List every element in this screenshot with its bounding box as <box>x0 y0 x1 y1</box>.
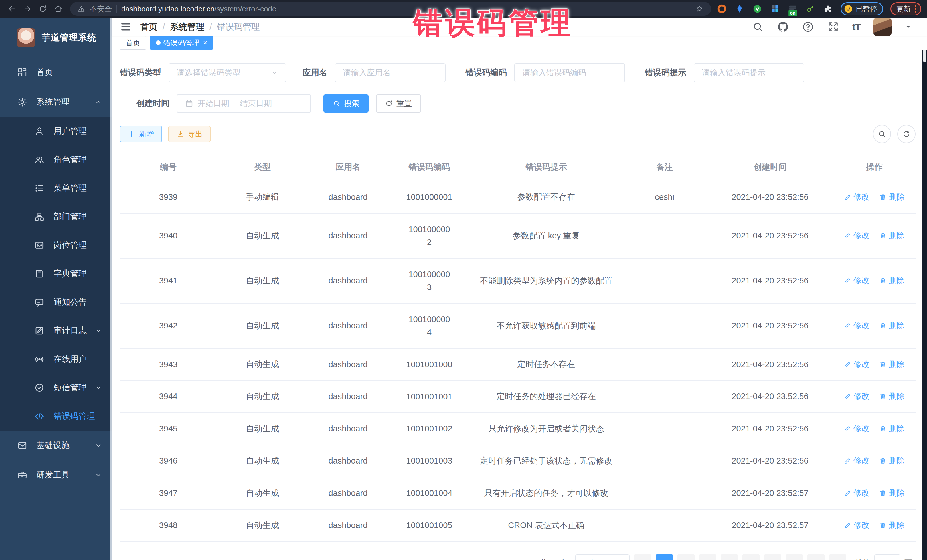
edit-link[interactable]: 修改 <box>844 320 869 331</box>
table-row[interactable]: 3942自动生成dashboard100100000 4不允许获取敏感配置到前端… <box>120 304 916 348</box>
sidebar-item-code[interactable]: 错误码管理 <box>0 402 112 431</box>
delete-link[interactable]: 删除 <box>879 359 905 370</box>
chevron-down-icon[interactable] <box>905 23 912 30</box>
forward-icon[interactable] <box>21 3 33 15</box>
browser-update-button[interactable]: 更新 <box>891 2 921 15</box>
logo-row[interactable]: 芋道管理系统 <box>0 18 112 58</box>
delete-link[interactable]: 删除 <box>879 275 905 286</box>
table-row[interactable]: 3940自动生成dashboard100100000 2参数配置 key 重复2… <box>120 213 916 258</box>
add-button[interactable]: 新增 <box>120 126 162 142</box>
edit-link[interactable]: 修改 <box>844 423 869 434</box>
sidebar-item-dashboard[interactable]: 首页 <box>0 58 112 87</box>
sidebar-item-menu[interactable]: 菜单管理 <box>0 174 112 202</box>
github-icon[interactable] <box>777 21 789 33</box>
extension-tabs-on-icon[interactable]: on <box>787 4 798 14</box>
table-row[interactable]: 3946自动生成dashboard1001001003定时任务已经处于该状态，无… <box>120 445 916 477</box>
sidebar-item-dict[interactable]: 字典管理 <box>0 260 112 288</box>
sidebar-item-online[interactable]: 在线用户 <box>0 345 112 373</box>
profile-paused-pill[interactable]: 已暂停 <box>840 2 883 15</box>
table-row[interactable]: 3948自动生成dashboard1001001005CRON 表达式不正确20… <box>120 509 916 542</box>
page-button-1[interactable]: 1 <box>656 554 673 560</box>
window-scrollbar[interactable] <box>922 18 927 560</box>
type-select[interactable]: 请选择错误码类型 <box>169 63 286 82</box>
prev-page-button[interactable] <box>634 554 651 560</box>
sidebar-item-infra[interactable]: 基础设施 <box>0 431 112 460</box>
delete-link[interactable]: 删除 <box>879 230 905 241</box>
user-avatar[interactable] <box>873 18 892 36</box>
edit-link[interactable]: 修改 <box>844 275 869 286</box>
edit-link[interactable]: 修改 <box>844 455 869 466</box>
delete-link[interactable]: 删除 <box>879 423 905 434</box>
sidebar-item-user[interactable]: 用户管理 <box>0 117 112 146</box>
sidebar-item-gear[interactable]: 系统管理 <box>0 87 112 117</box>
edit-link[interactable]: 修改 <box>844 359 869 370</box>
delete-link[interactable]: 删除 <box>879 320 905 331</box>
tag-home[interactable]: 首页 <box>120 36 146 50</box>
sidebar-item-tools[interactable]: 研发工具 <box>0 460 112 490</box>
help-icon[interactable] <box>802 21 814 33</box>
reset-button[interactable]: 重置 <box>376 94 421 112</box>
table-row[interactable]: 3939手动编辑dashboard1001000001参数配置不存在ceshi2… <box>120 181 916 213</box>
delete-link[interactable]: 删除 <box>879 520 905 531</box>
page-size-select[interactable]: 10条/页 <box>575 554 629 560</box>
delete-link[interactable]: 删除 <box>879 455 905 466</box>
table-row[interactable]: 3947自动生成dashboard1001001004只有开启状态的任务，才可以… <box>120 477 916 509</box>
page-button-2[interactable]: 2 <box>678 554 694 560</box>
back-icon[interactable] <box>6 3 18 15</box>
url-bar[interactable]: 不安全 dashboard.yudao.iocoder.cn/system/er… <box>70 2 711 16</box>
bookmark-star-icon[interactable] <box>695 5 704 13</box>
sidebar-item-announce[interactable]: 通知公告 <box>0 288 112 317</box>
edit-link[interactable]: 修改 <box>844 487 869 498</box>
font-size-icon[interactable]: tT <box>852 21 860 32</box>
breadcrumb-home[interactable]: 首页 <box>140 21 158 33</box>
page-button-4[interactable]: 4 <box>721 554 738 560</box>
sidebar-item-log[interactable]: 审计日志 <box>0 317 112 345</box>
show-search-button[interactable] <box>873 125 891 143</box>
home-icon[interactable] <box>52 3 64 15</box>
next-page-button[interactable] <box>829 554 846 560</box>
sidebar-item-sms[interactable]: 短信管理 <box>0 373 112 402</box>
edit-link[interactable]: 修改 <box>844 391 869 402</box>
more-pages-button[interactable]: ··· <box>786 554 803 560</box>
table-row[interactable]: 3943自动生成dashboard1001001000定时任务不存在2021-0… <box>120 348 916 381</box>
not-secure-label[interactable]: 不安全 <box>90 4 112 14</box>
edit-link[interactable]: 修改 <box>844 191 869 202</box>
extension-orange-icon[interactable] <box>717 4 727 14</box>
delete-link[interactable]: 删除 <box>879 487 905 498</box>
search-icon[interactable] <box>752 21 764 33</box>
tag-error-code[interactable]: 错误码管理 × <box>150 36 213 50</box>
delete-link[interactable]: 删除 <box>879 191 905 202</box>
page-button-3[interactable]: 3 <box>699 554 716 560</box>
date-range-input[interactable]: 开始日期 - 结束日期 <box>177 94 311 113</box>
fullscreen-icon[interactable] <box>827 21 839 33</box>
edit-link[interactable]: 修改 <box>844 230 869 241</box>
search-button[interactable]: 搜索 <box>324 94 369 112</box>
table-row[interactable]: 3944自动生成dashboard1001001001定时任务的处理器已经存在2… <box>120 381 916 413</box>
extension-key-icon[interactable] <box>805 4 816 14</box>
page-button-8[interactable]: 8 <box>807 554 825 560</box>
hint-input[interactable]: 请输入错误码提示 <box>694 63 804 82</box>
url-text[interactable]: dashboard.yudao.iocoder.cn/system/error-… <box>121 5 690 14</box>
breadcrumb-system[interactable]: 系统管理 <box>170 21 204 33</box>
extension-blue-grid-icon[interactable] <box>770 4 780 14</box>
app-input[interactable]: 请输入应用名 <box>335 63 445 82</box>
code-input[interactable]: 请输入错误码编码 <box>514 63 625 82</box>
goto-page-input[interactable]: 1 <box>874 554 900 560</box>
sidebar-item-tree[interactable]: 部门管理 <box>0 202 112 231</box>
close-icon[interactable]: × <box>203 39 207 47</box>
page-button-5[interactable]: 5 <box>742 554 760 560</box>
page-button-6[interactable]: 6 <box>764 554 781 560</box>
sidebar-item-users[interactable]: 角色管理 <box>0 146 112 174</box>
extension-green-circle-icon[interactable] <box>752 4 763 14</box>
export-button[interactable]: 导出 <box>168 126 211 142</box>
edit-link[interactable]: 修改 <box>844 520 869 531</box>
sidebar-item-badge[interactable]: 岗位管理 <box>0 231 112 260</box>
sidebar-toggle-icon[interactable] <box>120 21 132 33</box>
extension-blue-drop-icon[interactable] <box>734 4 745 14</box>
reload-icon[interactable] <box>36 3 49 15</box>
table-row[interactable]: 3941自动生成dashboard100100000 3不能删除类型为系统内置的… <box>120 258 916 304</box>
delete-link[interactable]: 删除 <box>879 391 905 402</box>
refresh-button[interactable] <box>897 125 916 143</box>
puzzle-extensions-icon[interactable] <box>823 4 833 14</box>
table-row[interactable]: 3945自动生成dashboard1001001002只允许修改为开启或者关闭状… <box>120 413 916 445</box>
